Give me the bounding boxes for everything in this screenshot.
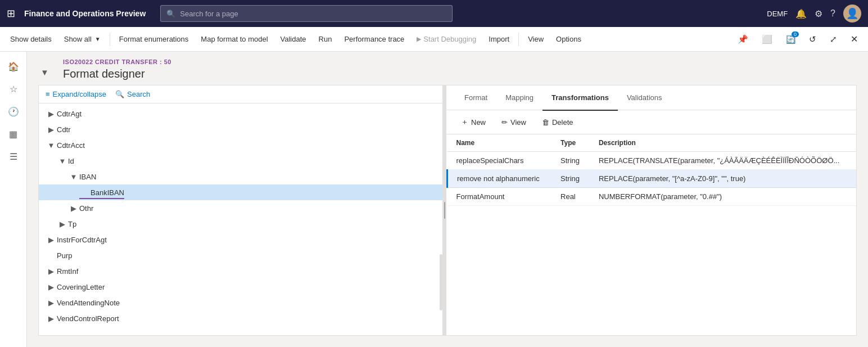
tree-item-VendControlReport[interactable]: ▶ VendControlReport: [39, 310, 442, 326]
close-icon[interactable]: ✕: [845, 30, 864, 48]
tree-item-CoveringLetter[interactable]: ▶ CoveringLetter: [39, 279, 442, 295]
home-icon[interactable]: 🏠: [3, 56, 24, 76]
tree-content: ▶ CdtrAgt ▶ Cdtr ▼ CdtrAcct ▼: [39, 103, 442, 335]
cell-type: String: [551, 170, 590, 188]
tab-mapping[interactable]: Mapping: [496, 86, 542, 111]
app-title: Finance and Operations Preview: [24, 9, 146, 18]
cell-name: remove not alphanumeric: [447, 170, 552, 188]
expand-icon[interactable]: ⤢: [824, 30, 843, 48]
tab-transformations[interactable]: Transformations: [542, 86, 618, 111]
search-placeholder: Search for a page: [180, 10, 238, 18]
tree-item-InstrForCdtrAgt[interactable]: ▶ InstrForCdtrAgt: [39, 232, 442, 247]
table-row[interactable]: FormatAmount Real NUMBERFORMAT(parameter…: [447, 188, 857, 206]
show-all-dropdown-arrow: ▼: [95, 36, 101, 42]
tree-item-Id[interactable]: ▼ Id: [39, 153, 442, 169]
cell-name: FormatAmount: [447, 188, 552, 206]
search-tree-icon: 🔍: [115, 90, 124, 98]
separator-2: [518, 33, 519, 46]
search-button[interactable]: 🔍 Search: [115, 90, 150, 98]
settings-icon[interactable]: ⚙: [815, 8, 822, 19]
tree-item-RmtInf[interactable]: ▶ RmtInf: [39, 263, 442, 279]
tab-format[interactable]: Format: [455, 86, 496, 111]
delete-button[interactable]: 🗑 Delete: [536, 116, 579, 129]
filter-icon[interactable]: ▼: [40, 67, 49, 77]
reload-icon[interactable]: ↺: [803, 30, 822, 48]
new-icon: ＋: [461, 117, 468, 127]
toggle-icon: ▶: [46, 125, 57, 134]
tree-item-Tp[interactable]: ▶ Tp: [39, 216, 442, 232]
tree-label: Id: [68, 157, 442, 165]
tree-label: BankIBAN: [91, 188, 442, 197]
help-icon[interactable]: ?: [830, 8, 835, 19]
tree-label: Purp: [57, 251, 442, 260]
split-icon[interactable]: ⬜: [756, 30, 778, 48]
tree-label: Cdtr: [57, 125, 442, 134]
tree-scrollbar-thumb[interactable]: [440, 254, 442, 310]
pin-icon[interactable]: 📌: [732, 30, 754, 48]
tab-validations[interactable]: Validations: [618, 86, 671, 111]
list-icon[interactable]: ☰: [3, 146, 24, 166]
toggle-icon: ▶: [46, 110, 57, 118]
table-row[interactable]: remove not alphanumeric String REPLACE(p…: [447, 170, 857, 188]
tree-item-CdtrAcct[interactable]: ▼ CdtrAcct: [39, 137, 442, 153]
tree-item-CdtrAgt[interactable]: ▶ CdtrAgt: [39, 106, 442, 121]
grid-menu-icon[interactable]: ⊞: [7, 7, 15, 20]
tree-item-VendAttendingNote[interactable]: ▶ VendAttendingNote: [39, 295, 442, 310]
delete-icon: 🗑: [542, 118, 549, 127]
format-enumerations-button[interactable]: Format enumerations: [114, 30, 195, 48]
toggle-icon: ▶: [46, 314, 57, 323]
star-icon[interactable]: ☆: [3, 79, 24, 99]
split-pane: ≡ Expand/collapse 🔍 Search ▶ CdtrAgt: [27, 85, 868, 347]
clock-icon[interactable]: 🕐: [3, 101, 24, 121]
import-button[interactable]: Import: [483, 30, 515, 48]
tree-item-Purp[interactable]: Purp: [39, 247, 442, 263]
new-button[interactable]: ＋ New: [455, 115, 491, 129]
tree-item-IBAN[interactable]: ▼ IBAN: [39, 169, 442, 184]
cell-description: REPLACE(parameter, "[^a-zA-Z0-9]", "", t…: [590, 170, 856, 188]
avatar[interactable]: 👤: [843, 4, 861, 22]
options-button[interactable]: Options: [550, 30, 587, 48]
performance-trace-button[interactable]: Performance trace: [338, 30, 410, 48]
validate-button[interactable]: Validate: [275, 30, 312, 48]
tree-label: Tp: [68, 220, 442, 228]
tree-label: InstrForCdtrAgt: [57, 236, 442, 244]
start-debugging-button[interactable]: ▶ Start Debugging: [411, 30, 482, 48]
toggle-icon: ▼: [68, 173, 79, 181]
cell-name: replaceSpecialChars: [447, 152, 552, 170]
tree-item-Cdtr[interactable]: ▶ Cdtr: [39, 121, 442, 137]
show-all-button[interactable]: Show all ▼: [58, 30, 106, 48]
expand-collapse-icon: ≡: [46, 90, 50, 98]
table-icon[interactable]: ▦: [3, 124, 24, 144]
tree-label: CdtrAcct: [57, 141, 442, 150]
expand-collapse-button[interactable]: ≡ Expand/collapse: [46, 90, 106, 98]
table-row[interactable]: replaceSpecialChars String REPLACE(TRANS…: [447, 152, 857, 170]
toggle-icon: ▶: [46, 283, 57, 291]
tree-label: VendAttendingNote: [57, 299, 442, 307]
toggle-icon: ▶: [46, 299, 57, 307]
sidebar-icons: 🏠 ☆ 🕐 ▦ ☰: [0, 52, 27, 347]
toggle-icon: ▶: [46, 267, 57, 276]
filter-area: ▼: [38, 62, 58, 77]
map-format-to-model-button[interactable]: Map format to model: [195, 30, 273, 48]
view-button[interactable]: View: [522, 30, 549, 48]
tree-label: IBAN: [79, 173, 442, 181]
run-button[interactable]: Run: [313, 30, 338, 48]
tree-panel: ≡ Expand/collapse 🔍 Search ▶ CdtrAgt: [38, 85, 443, 336]
toggle-icon: ▶: [57, 220, 68, 228]
top-nav-right: DEMF 🔔 ⚙ ? 👤: [767, 4, 861, 22]
toggle-icon: ▶: [68, 204, 79, 213]
toggle-icon: ▼: [57, 157, 68, 165]
global-search[interactable]: 🔍 Search for a page: [160, 5, 453, 22]
col-name: Name: [447, 134, 552, 152]
detail-actions: ＋ New ✏ View 🗑 Delete: [446, 110, 856, 134]
tree-item-Othr[interactable]: ▶ Othr: [39, 200, 442, 216]
show-details-button[interactable]: Show details: [4, 30, 57, 48]
col-type: Type: [551, 134, 590, 152]
view-action-button[interactable]: ✏ View: [496, 116, 532, 129]
refresh-badge-icon[interactable]: 🔄 0: [780, 30, 801, 48]
cell-type: Real: [551, 188, 590, 206]
col-description: Description: [590, 134, 856, 152]
notification-icon[interactable]: 🔔: [795, 8, 807, 19]
tree-toolbar: ≡ Expand/collapse 🔍 Search: [39, 85, 442, 103]
tree-item-BankIBAN[interactable]: BankIBAN: [39, 184, 442, 200]
